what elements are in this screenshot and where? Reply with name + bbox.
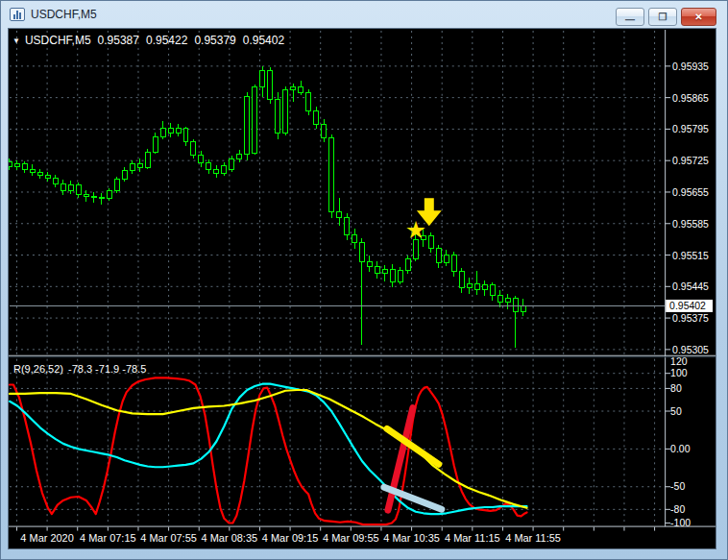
candle-body: [153, 136, 158, 152]
candle-body: [99, 197, 104, 199]
candle-body: [428, 235, 433, 248]
time-axis-label: 4 Mar 09:15: [262, 532, 318, 544]
candle-body: [9, 162, 12, 167]
candle-body: [260, 70, 265, 87]
candle-body: [337, 211, 342, 218]
candle-body: [482, 285, 487, 290]
candle-body: [375, 266, 379, 273]
trendline-yellow[interactable]: [387, 428, 439, 464]
candle-body: [168, 128, 173, 134]
header-symbol: USDCHF,M5: [25, 34, 91, 47]
chart-header: ▼USDCHF,M50.953870.954220.953790.95402: [12, 34, 291, 47]
candle-body: [276, 99, 280, 134]
candle-body: [91, 196, 96, 197]
price-axis-label: 0.95725: [672, 156, 709, 166]
current-price-value: 0.95402: [669, 301, 706, 311]
candle-body: [53, 178, 58, 183]
candle-body: [30, 169, 35, 173]
candle-body: [145, 152, 150, 167]
candle-body: [76, 184, 81, 194]
candle-body: [360, 243, 365, 262]
candle-body: [352, 234, 357, 242]
candle-body: [382, 269, 387, 274]
candle-body: [283, 90, 288, 134]
titlebar[interactable]: USDCHF,M5 — ❐ ✕: [1, 1, 727, 28]
price-axis-label: 0.95375: [672, 313, 709, 324]
minimize-button[interactable]: —: [616, 8, 644, 26]
time-axis-label: 4 Mar 11:15: [445, 532, 500, 544]
indicator-line-r-slow: [10, 390, 527, 508]
time-axis-label: 4 Mar 10:35: [383, 532, 439, 544]
time-axis-label: 4 Mar 08:35: [202, 532, 257, 544]
candle-body: [314, 110, 319, 124]
time-axis-label: 4 Mar 07:15: [80, 532, 135, 544]
candle-body: [459, 272, 464, 288]
candle-body: [137, 163, 142, 167]
candle-body: [237, 154, 242, 159]
indicator-axis-label: 0.00: [670, 444, 691, 454]
indicator-name: R(9,26,52): [13, 363, 63, 375]
indicator-axis-label: 100: [670, 368, 688, 378]
price-axis-label: 0.95585: [672, 219, 709, 230]
candle-body: [230, 159, 234, 169]
indicator-axis-label: 50: [670, 406, 682, 417]
price-axis-label: 0.95445: [672, 281, 709, 292]
chevron-down-icon[interactable]: ▼: [12, 37, 20, 45]
mt-chart-window: USDCHF,M5 — ❐ ✕ 0.95402★0.959350.958650.…: [0, 0, 728, 560]
header-low: 0.95379: [194, 34, 235, 47]
candle-body: [214, 169, 219, 174]
chart-window-icon: [10, 8, 25, 21]
indicator-values: -78.3 -71.9 -78.5: [68, 363, 146, 375]
indicator-axis-label: 80: [670, 383, 682, 394]
candle-body: [436, 249, 441, 263]
candle-body: [206, 163, 211, 170]
candle-body: [299, 87, 303, 93]
candle-body: [306, 92, 311, 110]
candle-body: [268, 70, 273, 99]
close-button[interactable]: ✕: [681, 8, 716, 26]
candle-body: [513, 298, 518, 311]
candle-body: [291, 87, 296, 90]
price-axis-label: 0.95305: [672, 345, 709, 355]
candle-body: [191, 142, 196, 155]
indicator-label: R(9,26,52)-78.3 -71.9 -78.5: [13, 363, 151, 375]
indicator-axis-label: -50: [670, 481, 685, 492]
candle-body: [160, 128, 165, 136]
indicator-line-r-medium: [10, 384, 527, 514]
candle-body: [245, 96, 250, 154]
candle-body: [37, 173, 42, 176]
candle-body: [130, 163, 134, 170]
time-axis-label: 4 Mar 11:55: [505, 532, 561, 544]
window-title: USDCHF,M5: [31, 8, 97, 21]
price-axis-label: 0.95515: [672, 251, 709, 261]
indicator-axis-label: -80: [670, 504, 685, 515]
star-icon[interactable]: ★: [405, 216, 426, 243]
candle-body: [199, 155, 204, 162]
indicator-axis-label: 120: [670, 356, 688, 367]
time-axis-label: 4 Mar 2020: [20, 532, 73, 544]
header-high: 0.95422: [146, 34, 187, 47]
candle-body: [451, 255, 456, 272]
chart-content[interactable]: 0.95402★0.959350.958650.957950.957250.95…: [8, 28, 716, 549]
header-open: 0.95387: [98, 34, 139, 47]
candle-body: [14, 163, 19, 166]
restore-button[interactable]: ❐: [648, 8, 677, 26]
candle-body: [122, 171, 127, 179]
axis-layer[interactable]: 0.959350.958650.957950.957250.956550.955…: [16, 61, 709, 544]
time-axis-label: 4 Mar 07:55: [140, 532, 196, 544]
time-axis-label: 4 Mar 09:55: [323, 532, 378, 544]
candle-body: [45, 176, 50, 179]
price-axis-label: 0.95865: [672, 93, 709, 104]
candle-body: [367, 262, 372, 267]
price-chart-canvas[interactable]: 0.95402★0.959350.958650.957950.957250.95…: [9, 29, 716, 548]
price-axis-label: 0.95935: [672, 61, 709, 72]
candle-body: [474, 284, 479, 290]
candle-body: [497, 295, 502, 302]
candle-body: [345, 218, 350, 235]
candle-body: [176, 129, 181, 134]
candle-body: [68, 184, 73, 191]
candle-body: [322, 124, 327, 137]
price-axis-label: 0.95795: [672, 124, 709, 134]
candle-body: [405, 259, 410, 271]
candle-body: [84, 194, 88, 196]
